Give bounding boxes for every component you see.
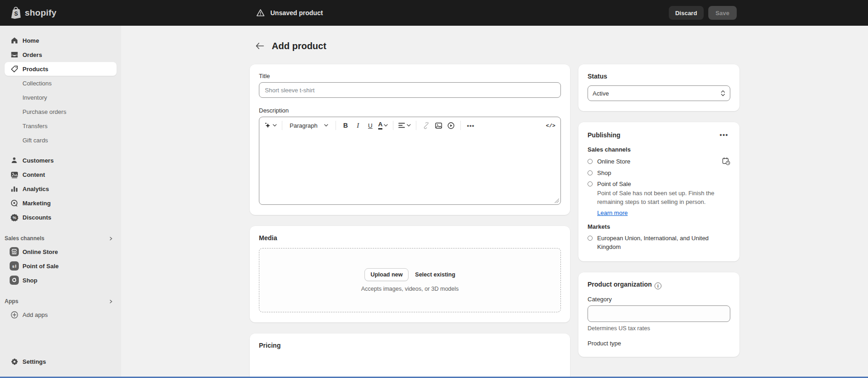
sidebar-item-add-apps[interactable]: Add apps: [5, 308, 117, 322]
marketing-icon: [10, 198, 19, 208]
insert-image-button[interactable]: [432, 119, 444, 131]
description-textarea[interactable]: [259, 134, 560, 204]
pricing-card: Pricing: [250, 333, 570, 378]
underline-button[interactable]: U: [364, 119, 376, 131]
home-icon: [10, 36, 19, 45]
insert-video-button[interactable]: [445, 119, 457, 131]
toolbar-divider: [336, 121, 336, 130]
channel-row-point-of-sale: Point of Sale: [588, 181, 730, 187]
point-of-sale-icon: s: [10, 261, 19, 271]
info-icon: i: [655, 282, 661, 289]
show-html-button[interactable]: </>: [544, 119, 557, 131]
sidebar-item-shop[interactable]: Shop: [5, 273, 117, 287]
toolbar-divider: [393, 121, 393, 130]
resize-handle[interactable]: [554, 198, 559, 203]
sidebar-item-purchase-orders[interactable]: Purchase orders: [5, 105, 117, 118]
warning-icon: [256, 9, 265, 17]
insert-link-button[interactable]: [420, 119, 432, 131]
sidebar-navigation: Home Orders Products Collections Invento…: [0, 26, 121, 378]
discounts-icon: %: [10, 213, 19, 222]
chevron-right-icon: [109, 237, 113, 241]
description-editor: Paragraph B I U A: [259, 117, 561, 205]
content-icon: [10, 170, 19, 179]
select-existing-button[interactable]: Select existing: [415, 271, 455, 278]
publishing-menu-button[interactable]: •••: [718, 130, 730, 140]
chevron-right-icon: [109, 299, 113, 304]
shopify-wordmark: shopify: [25, 8, 56, 18]
save-button[interactable]: Save: [708, 6, 737, 20]
schedule-calendar-icon[interactable]: [722, 157, 730, 165]
back-button[interactable]: [253, 39, 266, 52]
product-organization-header: Product organizationi: [588, 281, 730, 289]
alignment-button[interactable]: [397, 119, 412, 131]
sidebar-item-content[interactable]: Content: [5, 168, 117, 181]
sidebar-item-point-of-sale[interactable]: s Point of Sale: [5, 259, 117, 273]
upload-new-button[interactable]: Upload new: [364, 268, 409, 281]
gear-icon: [10, 357, 19, 366]
svg-text:S: S: [14, 11, 18, 17]
toolbar-more-button[interactable]: •••: [465, 119, 476, 131]
media-dropzone[interactable]: Upload new Select existing Accepts image…: [259, 248, 561, 312]
markets-label: Markets: [588, 223, 730, 230]
publishing-card: Publishing ••• Sales channels Online Sto…: [578, 122, 739, 261]
channel-bullet: [588, 159, 593, 164]
product-type-label: Product type: [588, 340, 730, 347]
products-tag-icon: [10, 64, 19, 73]
sidebar-item-marketing[interactable]: Marketing: [5, 196, 117, 210]
select-chevrons-icon: [721, 90, 725, 96]
unsaved-title: Unsaved product: [270, 9, 323, 17]
play-circle-icon: [448, 122, 454, 129]
media-header: Media: [259, 234, 561, 242]
sidebar-item-analytics[interactable]: Analytics: [5, 182, 117, 196]
sidebar-item-inventory[interactable]: Inventory: [5, 90, 117, 104]
channel-bullet: [588, 170, 593, 175]
align-left-icon: [398, 123, 405, 128]
sidebar-item-online-store[interactable]: Online Store: [5, 245, 117, 259]
title-input[interactable]: [259, 82, 561, 98]
shopify-logo[interactable]: S shopify: [10, 6, 56, 19]
sidebar-item-gift-cards[interactable]: Gift cards: [5, 133, 117, 147]
page-header: Add product: [250, 26, 739, 52]
text-color-button[interactable]: A: [377, 119, 390, 131]
svg-text:s: s: [12, 264, 15, 269]
chevron-down-icon: [324, 124, 328, 127]
ai-magic-button[interactable]: [263, 119, 278, 131]
status-select[interactable]: Active: [588, 85, 730, 101]
learn-more-link[interactable]: Learn more: [597, 209, 627, 216]
sidebar-header-sales-channels[interactable]: Sales channels: [0, 232, 121, 244]
category-input[interactable]: [588, 305, 730, 322]
pricing-header: Pricing: [259, 342, 561, 349]
status-header: Status: [588, 73, 730, 80]
media-card: Media Upload new Select existing Accepts…: [250, 226, 570, 322]
shopify-bag-icon: S: [10, 6, 22, 19]
category-helper-text: Determines US tax rates: [588, 325, 730, 332]
sidebar-item-discounts[interactable]: % Discounts: [5, 210, 117, 224]
editor-toolbar: Paragraph B I U A: [259, 117, 560, 134]
sidebar-header-apps[interactable]: Apps: [0, 295, 121, 307]
paragraph-style-dropdown[interactable]: Paragraph: [286, 119, 332, 131]
markets-bullet: [588, 236, 593, 241]
toolbar-divider: [460, 121, 461, 130]
sidebar-item-settings[interactable]: Settings: [5, 355, 117, 368]
markets-row: European Union, International, and Unite…: [588, 234, 730, 252]
analytics-icon: [10, 184, 19, 193]
topbar: S shopify Unsaved product Discard Save: [0, 0, 868, 26]
category-label: Category: [588, 296, 730, 303]
discard-button[interactable]: Discard: [669, 6, 704, 20]
channel-bullet: [588, 181, 593, 186]
title-label: Title: [259, 73, 561, 79]
sidebar-item-transfers[interactable]: Transfers: [5, 119, 117, 133]
bold-button[interactable]: B: [340, 119, 352, 131]
sidebar-item-customers[interactable]: Customers: [5, 153, 117, 167]
italic-button[interactable]: I: [352, 119, 364, 131]
chevron-down-icon: [384, 124, 388, 127]
chevron-down-icon: [273, 124, 277, 127]
sales-channels-label: Sales channels: [588, 146, 730, 153]
sparkle-icon: [264, 122, 271, 129]
chevron-down-icon: [407, 124, 411, 127]
sidebar-item-orders[interactable]: Orders: [5, 48, 117, 62]
sidebar-item-collections[interactable]: Collections: [5, 76, 117, 90]
sidebar-item-products[interactable]: Products: [5, 62, 117, 76]
sidebar-item-home[interactable]: Home: [5, 34, 117, 47]
toolbar-divider: [282, 121, 282, 130]
